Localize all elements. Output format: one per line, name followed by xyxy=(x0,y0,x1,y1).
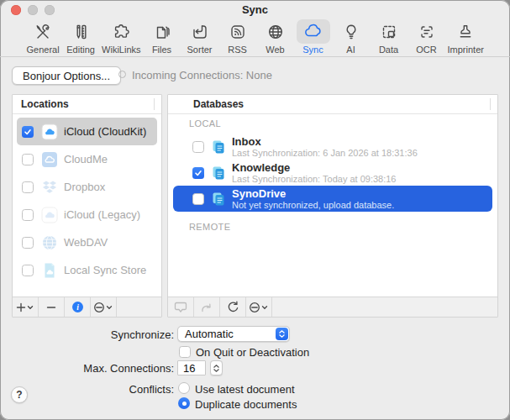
location-label: Dropbox xyxy=(64,181,105,193)
remove-location-button[interactable] xyxy=(39,297,65,317)
tab-sync[interactable]: Sync xyxy=(297,19,330,55)
rss-icon xyxy=(221,19,255,44)
database-name: Knowledge xyxy=(232,162,397,173)
database-row-synodrive[interactable]: SynoDrive Not yet synchronized, upload d… xyxy=(173,186,492,212)
max-connections-input[interactable]: 16 xyxy=(177,360,206,375)
location-label: WebDAV xyxy=(64,236,108,249)
popup-chevrons-icon xyxy=(276,328,288,340)
tab-label: General xyxy=(26,45,59,55)
checkbox-unchecked[interactable] xyxy=(192,193,204,205)
location-row-icloud-legacy[interactable]: iCloud (Legacy) xyxy=(17,201,157,228)
checkbox-checked[interactable] xyxy=(192,167,204,179)
tab-ai[interactable]: AI xyxy=(334,19,368,55)
tab-label: Imprinter xyxy=(448,45,484,55)
checkbox-checked[interactable] xyxy=(22,126,34,138)
local-section-label: LOCAL xyxy=(168,113,497,134)
tab-label: Sync xyxy=(302,45,323,55)
icloud-cloudkit-icon xyxy=(40,123,59,141)
duplicate-documents-label: Duplicate documents xyxy=(195,398,297,411)
tab-label: Sorter xyxy=(187,45,213,55)
tab-rss[interactable]: RSS xyxy=(221,19,255,55)
databases-toolbar xyxy=(168,297,497,317)
locations-list: iCloud (CloudKit) CloudMe Dropbox xyxy=(13,113,161,284)
checkbox-unchecked[interactable] xyxy=(22,209,34,221)
database-icon xyxy=(212,192,225,206)
checkbox-unchecked[interactable] xyxy=(22,181,34,193)
bonjour-options-label: Bonjour Options... xyxy=(23,70,110,82)
duplicate-documents-radio[interactable] xyxy=(178,397,190,409)
tab-ocr[interactable]: OCR xyxy=(410,19,444,55)
cloud-icon xyxy=(297,19,330,44)
database-row-inbox[interactable]: Inbox Last Synchronization: 6 Jan 2026 a… xyxy=(173,134,492,160)
location-label: iCloud (Legacy) xyxy=(64,208,140,221)
max-connections-stepper[interactable] xyxy=(210,360,223,375)
action-menu-button[interactable] xyxy=(246,297,272,317)
databases-panel: Databases LOCAL Inbox Last Synchronizati… xyxy=(167,94,498,318)
checkbox-unchecked[interactable] xyxy=(22,154,34,165)
tab-label: AI xyxy=(346,45,355,55)
locations-header-label: Locations xyxy=(21,98,69,110)
checkbox-unchecked[interactable] xyxy=(22,237,34,249)
tray-icon xyxy=(183,19,217,44)
globe-icon xyxy=(259,19,292,44)
dropbox-icon xyxy=(40,178,59,197)
help-label: ? xyxy=(16,389,22,401)
titlebar: Sync xyxy=(0,0,510,18)
tab-files[interactable]: Files xyxy=(145,19,179,55)
toolbar-spacer xyxy=(117,297,161,317)
tab-wikilinks[interactable]: WikiLinks xyxy=(102,19,140,55)
pencil-ruler-icon xyxy=(64,19,97,44)
tools-icon xyxy=(26,19,60,44)
database-subtitle: Last Synchronization: Today at 09:38:16 xyxy=(232,175,397,184)
tab-editing[interactable]: Editing xyxy=(64,19,97,55)
location-row-dropbox[interactable]: Dropbox xyxy=(17,173,157,201)
use-latest-document-radio[interactable] xyxy=(178,382,190,394)
preferences-window: Sync General Editing WikiLinks Files xyxy=(0,0,510,420)
tab-label: RSS xyxy=(228,45,247,55)
database-subtitle: Not yet synchronized, upload database. xyxy=(232,201,394,210)
help-button[interactable]: ? xyxy=(11,386,28,403)
location-row-local-sync-store[interactable]: Local Sync Store xyxy=(17,256,157,284)
location-label: CloudMe xyxy=(64,153,108,165)
max-connections-label: Max. Connections: xyxy=(0,362,174,375)
bonjour-options-button[interactable]: Bonjour Options... xyxy=(12,66,121,85)
tab-general[interactable]: General xyxy=(26,19,60,55)
location-row-cloudme[interactable]: CloudMe xyxy=(17,145,157,173)
synchronize-label: Synchronize: xyxy=(0,328,174,341)
databases-header-label: Databases xyxy=(193,98,244,110)
add-location-button[interactable] xyxy=(13,297,39,317)
checkbox-unchecked[interactable] xyxy=(22,265,34,276)
upload-database-button[interactable] xyxy=(194,297,220,317)
tab-sorter[interactable]: Sorter xyxy=(183,19,217,55)
database-subtitle: Last Synchronization: 6 Jan 2026 at 18:3… xyxy=(232,149,418,158)
cloudme-icon xyxy=(40,150,59,169)
database-row-knowledge[interactable]: Knowledge Last Synchronization: Today at… xyxy=(173,160,492,186)
column-divider xyxy=(154,98,155,110)
info-button[interactable]: i xyxy=(65,297,91,317)
tab-label: Data xyxy=(379,45,398,55)
refresh-button[interactable] xyxy=(220,297,246,317)
incoming-connections-status: Incoming Connections: None xyxy=(132,69,272,81)
tab-imprinter[interactable]: Imprinter xyxy=(448,19,484,55)
location-row-icloud-cloudkit[interactable]: iCloud (CloudKit) xyxy=(17,118,157,145)
tab-label: OCR xyxy=(416,45,436,55)
synchronize-value: Automatic xyxy=(185,328,276,340)
database-icon xyxy=(212,140,225,154)
location-label: Local Sync Store xyxy=(64,264,146,276)
local-sync-store-icon xyxy=(40,261,59,280)
tab-label: Files xyxy=(152,45,171,55)
checkbox-unchecked[interactable] xyxy=(192,141,204,153)
ocr-icon xyxy=(410,19,444,44)
puzzle-icon xyxy=(104,19,138,44)
location-label: iCloud (CloudKit) xyxy=(64,125,146,138)
database-icon xyxy=(212,166,225,180)
on-quit-checkbox[interactable] xyxy=(179,346,191,358)
clean-location-button[interactable] xyxy=(168,297,194,317)
databases-header: Databases xyxy=(168,95,497,114)
tab-web[interactable]: Web xyxy=(259,19,292,55)
action-menu-button[interactable] xyxy=(91,297,117,317)
tab-data[interactable]: Data xyxy=(372,19,406,55)
locations-toolbar: i xyxy=(13,297,161,317)
location-row-webdav[interactable]: WebDAV xyxy=(17,228,157,256)
synchronize-select[interactable]: Automatic xyxy=(177,326,290,342)
